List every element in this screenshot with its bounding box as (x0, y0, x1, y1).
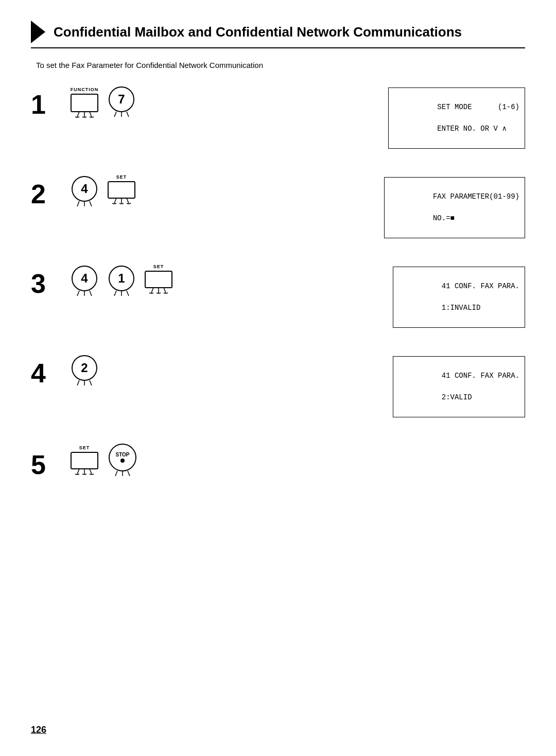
set-key-step2: SET (107, 174, 136, 207)
step-3-number: 3 (31, 270, 62, 297)
step-2-number: 2 (31, 181, 62, 207)
key-2-step4: 2 (70, 354, 99, 386)
svg-rect-28 (145, 271, 172, 288)
svg-line-17 (127, 198, 129, 203)
svg-line-1 (77, 112, 79, 117)
step-4-number: 4 (31, 360, 62, 386)
svg-point-43 (120, 459, 125, 463)
svg-line-31 (164, 288, 166, 293)
svg-line-25 (114, 291, 116, 296)
svg-rect-14 (108, 182, 135, 198)
stop-key-svg: STOP (107, 443, 138, 478)
svg-line-44 (115, 471, 117, 476)
svg-text:4: 4 (81, 182, 88, 196)
svg-line-13 (90, 201, 92, 206)
key-7-svg: 7 (107, 85, 136, 118)
set-key-step5-svg (70, 451, 99, 478)
set-key-step3-svg (144, 270, 173, 297)
svg-line-40 (90, 469, 92, 474)
display-4: 41 CONF. FAX PARA. 2:VALID (393, 356, 525, 417)
step-2-left: 2 4 SET (31, 174, 278, 207)
step-4-display: 41 CONF. FAX PARA. 2:VALID (278, 354, 525, 417)
function-key: FUNCTION (70, 87, 99, 118)
step-4-left: 4 2 (31, 354, 278, 386)
svg-line-38 (77, 469, 79, 474)
set-key-step3: SET (144, 264, 173, 297)
steps-container: 1 FUNCTION (31, 85, 525, 504)
step-4: 4 2 41 CONF. FAX PARA. 2:VALID (31, 354, 525, 417)
step-3: 3 4 1 (31, 264, 525, 328)
svg-line-11 (77, 201, 79, 206)
svg-line-34 (77, 380, 79, 385)
key-1-step3: 1 (107, 264, 136, 297)
set-key-step2-svg (107, 181, 136, 207)
svg-line-3 (90, 112, 92, 117)
svg-rect-37 (71, 452, 98, 469)
key-4-step2-svg: 4 (70, 174, 99, 207)
key-4-step3-svg: 4 (70, 264, 99, 297)
step-5-number: 5 (31, 451, 62, 478)
svg-line-22 (90, 291, 92, 296)
step-3-left: 3 4 1 (31, 264, 278, 297)
svg-line-46 (128, 471, 130, 476)
function-key-svg (70, 93, 99, 118)
set-key-step5: SET (70, 445, 99, 478)
svg-text:4: 4 (81, 271, 88, 285)
svg-line-6 (114, 112, 116, 117)
svg-line-20 (77, 291, 79, 296)
svg-rect-0 (71, 94, 98, 112)
display-1: SET MODE (1-6) ENTER NO. OR V ∧ (388, 87, 525, 149)
header-arrow-icon (31, 21, 45, 43)
set-label-step5: SET (79, 445, 90, 450)
step-1: 1 FUNCTION (31, 85, 525, 149)
page-header: Confidential Mailbox and Confidential Ne… (31, 21, 525, 48)
svg-line-8 (127, 112, 129, 117)
display-3: 41 CONF. FAX PARA. 1:INVALID (393, 267, 525, 328)
svg-text:7: 7 (118, 92, 125, 106)
display-2: FAX PARAMETER(01-99) NO.=■ (384, 177, 525, 238)
svg-text:STOP: STOP (115, 452, 129, 458)
svg-line-29 (151, 288, 153, 293)
step-2: 2 4 SET (31, 174, 525, 238)
svg-line-27 (127, 291, 129, 296)
key-4-step2: 4 (70, 174, 99, 207)
svg-point-41 (109, 444, 136, 471)
step-5-left: 5 SET (31, 443, 278, 478)
step-1-display: SET MODE (1-6) ENTER NO. OR V ∧ (278, 85, 525, 149)
key-7: 7 (107, 85, 136, 118)
key-2-step4-svg: 2 (70, 354, 99, 386)
step-3-display: 41 CONF. FAX PARA. 1:INVALID (278, 264, 525, 328)
step-1-number: 1 (31, 91, 62, 118)
svg-text:2: 2 (81, 361, 88, 375)
set-label-step3: SET (153, 264, 164, 269)
function-label: FUNCTION (71, 87, 99, 92)
intro-text: To set the Fax Parameter for Confidentia… (36, 61, 525, 69)
page-title: Confidential Mailbox and Confidential Ne… (54, 24, 462, 40)
svg-line-36 (90, 380, 92, 385)
svg-line-15 (114, 198, 116, 203)
stop-key-step5: STOP (107, 443, 138, 478)
svg-text:1: 1 (118, 271, 125, 285)
step-1-left: 1 FUNCTION (31, 85, 278, 118)
key-4-step3: 4 (70, 264, 99, 297)
step-2-display: FAX PARAMETER(01-99) NO.=■ (278, 174, 525, 238)
step-5: 5 SET (31, 443, 525, 478)
set-label-step2: SET (116, 174, 127, 180)
key-1-step3-svg: 1 (107, 264, 136, 297)
page-number: 126 (31, 725, 46, 735)
